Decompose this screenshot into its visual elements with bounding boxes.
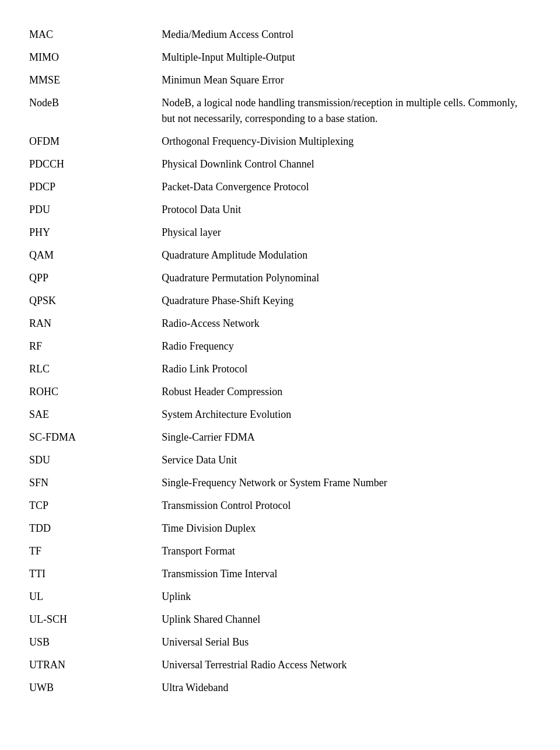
glossary-row: QPPQuadrature Permutation Polynominal [29, 267, 531, 289]
abbreviation: QPP [29, 267, 162, 289]
abbreviation: PDU [29, 198, 162, 221]
abbreviation: NodeB [29, 92, 162, 130]
definition: NodeB, a logical node handling transmiss… [162, 92, 531, 130]
glossary-row: SDUService Data Unit [29, 449, 531, 472]
abbreviation: RLC [29, 358, 162, 381]
abbreviation: UWB [29, 676, 162, 699]
definition: Robust Header Compression [162, 381, 531, 403]
glossary-row: TTITransmission Time Interval [29, 563, 531, 585]
glossary-row: ROHCRobust Header Compression [29, 381, 531, 403]
glossary-row: NodeBNodeB, a logical node handling tran… [29, 92, 531, 130]
abbreviation: RAN [29, 312, 162, 335]
glossary-row: MMSEMinimun Mean Square Error [29, 69, 531, 92]
glossary-row: MACMedia/Medium Access Control [29, 23, 531, 46]
glossary-row: ULUplink [29, 585, 531, 608]
definition: Universal Terrestrial Radio Access Netwo… [162, 654, 531, 676]
abbreviation: QAM [29, 244, 162, 267]
glossary-row: RLCRadio Link Protocol [29, 358, 531, 381]
abbreviation: OFDM [29, 130, 162, 153]
abbreviation: UL-SCH [29, 608, 162, 631]
glossary-row: SC-FDMASingle-Carrier FDMA [29, 426, 531, 449]
definition: Minimun Mean Square Error [162, 69, 531, 92]
definition: Transmission Control Protocol [162, 494, 531, 517]
definition: Media/Medium Access Control [162, 23, 531, 46]
definition: Ultra Wideband [162, 676, 531, 699]
definition: Quadrature Permutation Polynominal [162, 267, 531, 289]
glossary-row: RANRadio-Access Network [29, 312, 531, 335]
glossary-row: UWBUltra Wideband [29, 676, 531, 699]
glossary-row: PDUProtocol Data Unit [29, 198, 531, 221]
definition: Single-Carrier FDMA [162, 426, 531, 449]
glossary-row: RFRadio Frequency [29, 335, 531, 358]
glossary-row: TFTransport Format [29, 540, 531, 563]
definition: Radio Link Protocol [162, 358, 531, 381]
definition: Time Division Duplex [162, 517, 531, 540]
definition: Transport Format [162, 540, 531, 563]
glossary-table: MACMedia/Medium Access ControlMIMOMultip… [29, 23, 531, 699]
definition: Multiple-Input Multiple-Output [162, 46, 531, 69]
definition: System Architecture Evolution [162, 403, 531, 426]
definition: Radio Frequency [162, 335, 531, 358]
abbreviation: UL [29, 585, 162, 608]
glossary-row: PDCCHPhysical Downlink Control Channel [29, 153, 531, 176]
glossary-row: USBUniversal Serial Bus [29, 631, 531, 654]
abbreviation: MAC [29, 23, 162, 46]
definition: Uplink [162, 585, 531, 608]
definition: Uplink Shared Channel [162, 608, 531, 631]
definition: Protocol Data Unit [162, 198, 531, 221]
definition: Universal Serial Bus [162, 631, 531, 654]
definition: Transmission Time Interval [162, 563, 531, 585]
abbreviation: SDU [29, 449, 162, 472]
abbreviation: PDCP [29, 176, 162, 198]
abbreviation: QPSK [29, 289, 162, 312]
abbreviation: RF [29, 335, 162, 358]
definition: Physical layer [162, 221, 531, 244]
abbreviation: USB [29, 631, 162, 654]
abbreviation: PHY [29, 221, 162, 244]
abbreviation: SFN [29, 472, 162, 494]
glossary-row: PHYPhysical layer [29, 221, 531, 244]
abbreviation: MIMO [29, 46, 162, 69]
abbreviation: TF [29, 540, 162, 563]
abbreviation: MMSE [29, 69, 162, 92]
abbreviation: UTRAN [29, 654, 162, 676]
definition: Quadrature Phase-Shift Keying [162, 289, 531, 312]
glossary-row: UTRANUniversal Terrestrial Radio Access … [29, 654, 531, 676]
definition: Single-Frequency Network or System Frame… [162, 472, 531, 494]
glossary-row: MIMOMultiple-Input Multiple-Output [29, 46, 531, 69]
glossary-row: SFNSingle-Frequency Network or System Fr… [29, 472, 531, 494]
abbreviation: SAE [29, 403, 162, 426]
abbreviation: TDD [29, 517, 162, 540]
glossary-row: OFDMOrthogonal Frequency-Division Multip… [29, 130, 531, 153]
abbreviation: TCP [29, 494, 162, 517]
definition: Physical Downlink Control Channel [162, 153, 531, 176]
glossary-row: TCPTransmission Control Protocol [29, 494, 531, 517]
abbreviation: SC-FDMA [29, 426, 162, 449]
abbreviation: TTI [29, 563, 162, 585]
glossary-row: QAMQuadrature Amplitude Modulation [29, 244, 531, 267]
glossary-row: QPSKQuadrature Phase-Shift Keying [29, 289, 531, 312]
definition: Packet-Data Convergence Protocol [162, 176, 531, 198]
glossary-row: TDDTime Division Duplex [29, 517, 531, 540]
definition: Service Data Unit [162, 449, 531, 472]
definition: Orthogonal Frequency-Division Multiplexi… [162, 130, 531, 153]
abbreviation: ROHC [29, 381, 162, 403]
glossary-row: SAESystem Architecture Evolution [29, 403, 531, 426]
glossary-row: UL-SCHUplink Shared Channel [29, 608, 531, 631]
definition: Radio-Access Network [162, 312, 531, 335]
definition: Quadrature Amplitude Modulation [162, 244, 531, 267]
abbreviation: PDCCH [29, 153, 162, 176]
glossary-row: PDCPPacket-Data Convergence Protocol [29, 176, 531, 198]
